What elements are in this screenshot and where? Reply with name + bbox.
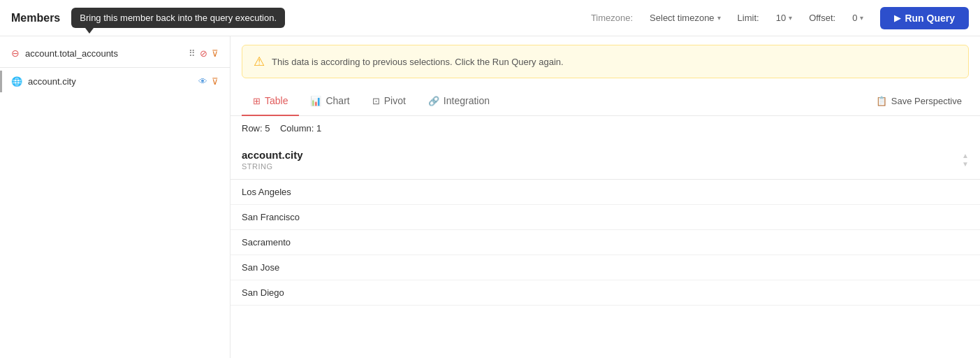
chart-icon: 📊 [310, 96, 321, 106]
warning-banner: ⚠ This data is according to previous sel… [242, 45, 969, 78]
member-actions-city: 👁 ⊽ [198, 76, 219, 87]
left-accent [0, 71, 2, 92]
table-row: San Diego [231, 280, 980, 306]
limit-label: Limit: [738, 13, 759, 23]
tab-chart[interactable]: 📊 Chart [299, 87, 360, 116]
tooltip-text: Bring this member back into the query ex… [80, 13, 277, 23]
offset-dropdown[interactable]: 0 ▾ [847, 10, 869, 26]
content-area: ⚠ This data is according to previous sel… [231, 36, 980, 358]
eye-slash-icon[interactable]: ⊘ [200, 48, 207, 59]
member-name-total-accounts: account.total_accounts [25, 48, 183, 59]
member-actions-total-accounts: ⠿ ⊘ ⊽ [189, 48, 219, 59]
column-info: account.city STRING [242, 149, 303, 171]
warning-message: This data is according to previous selec… [272, 57, 564, 67]
tab-table-label: Table [265, 95, 288, 106]
save-perspective-label: Save Perspective [891, 96, 962, 106]
tab-chart-label: Chart [326, 95, 349, 106]
link-icon: 🔗 [428, 96, 439, 106]
table-row: Sacramento [231, 230, 980, 255]
limit-chevron-icon: ▾ [789, 14, 792, 22]
header-controls: Timezone: Select timezone ▾ Limit: 10 ▾ … [591, 7, 969, 29]
run-query-label: Run Query [905, 13, 955, 24]
sidebar: ⊖ account.total_accounts ⠿ ⊘ ⊽ 🌐 account… [0, 36, 231, 358]
column-label: Column: [280, 123, 314, 134]
column-type: STRING [242, 162, 303, 171]
row-label: Row: [242, 123, 263, 134]
warning-icon: ⚠ [254, 54, 265, 69]
tab-pivot[interactable]: ⊡ Pivot [361, 87, 417, 116]
table-row: Los Angeles [231, 180, 980, 205]
timezone-dropdown[interactable]: Select timezone ▾ [644, 10, 726, 26]
drag-handle-icon[interactable]: ⠿ [189, 48, 196, 59]
row-value-3: Sacramento [242, 237, 291, 248]
row-value: 5 [265, 123, 270, 134]
offset-value: 0 [852, 13, 857, 23]
timezone-value: Select timezone [650, 13, 715, 23]
tab-integration[interactable]: 🔗 Integration [417, 87, 501, 116]
row-value-5: San Diego [242, 287, 284, 298]
tab-pivot-label: Pivot [384, 95, 406, 106]
column-header: account.city STRING ▲ ▼ [231, 141, 980, 180]
table-row: San Jose [231, 255, 980, 280]
column-name: account.city [242, 149, 303, 161]
table-row: San Francisco [231, 205, 980, 230]
sort-down-icon[interactable]: ▼ [962, 161, 969, 168]
play-icon: ▶ [894, 13, 900, 23]
sidebar-item-total-accounts[interactable]: ⊖ account.total_accounts ⠿ ⊘ ⊽ [0, 42, 230, 64]
header: Members Bring this member back into the … [0, 0, 980, 36]
save-perspective-icon: 📋 [876, 96, 887, 106]
timezone-chevron-icon: ▾ [717, 14, 721, 22]
row-value-4: San Jose [242, 262, 279, 273]
offset-label: Offset: [809, 13, 835, 23]
limit-dropdown[interactable]: 10 ▾ [770, 10, 798, 26]
main-layout: ⊖ account.total_accounts ⠿ ⊘ ⊽ 🌐 account… [0, 36, 980, 358]
tooltip-bubble: Bring this member back into the query ex… [71, 8, 285, 28]
eye-icon[interactable]: 👁 [198, 76, 207, 87]
minus-circle-icon: ⊖ [11, 48, 20, 59]
filter-icon-total-accounts[interactable]: ⊽ [212, 48, 219, 59]
pivot-icon: ⊡ [372, 96, 380, 106]
offset-chevron-icon: ▾ [860, 14, 863, 22]
row-value-2: San Francisco [242, 212, 300, 222]
save-perspective-button[interactable]: 📋 Save Perspective [869, 92, 969, 110]
globe-icon: 🌐 [11, 76, 22, 87]
row-col-info: Row: 5 Column: 1 [231, 116, 980, 141]
table-icon: ⊞ [253, 96, 261, 106]
limit-value: 10 [776, 13, 786, 23]
tabs-bar: ⊞ Table 📊 Chart ⊡ Pivot 🔗 Integration 📋 … [231, 87, 980, 116]
row-value-1: Los Angeles [242, 187, 291, 197]
timezone-label: Timezone: [591, 13, 633, 23]
sidebar-item-city[interactable]: 🌐 account.city 👁 ⊽ [0, 71, 230, 92]
tab-integration-label: Integration [444, 95, 490, 106]
filter-icon-city[interactable]: ⊽ [212, 76, 219, 87]
page-title: Members [11, 12, 60, 24]
column-value: 1 [316, 123, 321, 134]
sidebar-divider [0, 67, 230, 68]
sort-up-icon[interactable]: ▲ [962, 152, 969, 159]
table-content: Row: 5 Column: 1 account.city STRING ▲ ▼ [231, 116, 980, 358]
run-query-button[interactable]: ▶ Run Query [880, 7, 969, 29]
column-sort-control[interactable]: ▲ ▼ [962, 152, 969, 168]
tab-table[interactable]: ⊞ Table [242, 87, 299, 116]
member-name-city: account.city [28, 76, 193, 87]
